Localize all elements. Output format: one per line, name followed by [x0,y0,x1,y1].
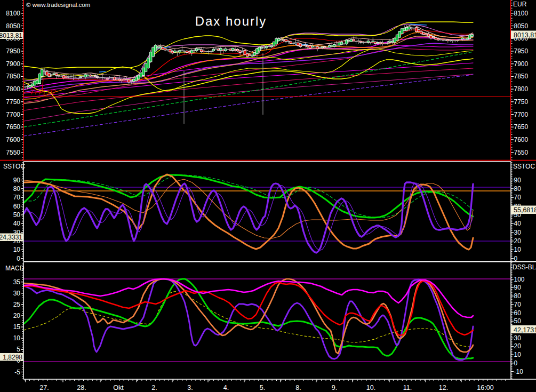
svg-text:7600: 7600 [6,136,20,143]
svg-text:7850: 7850 [514,73,529,80]
svg-text:55,6818: 55,6818 [514,206,536,214]
svg-text:20: 20 [514,237,522,245]
svg-text:30: 30 [13,290,21,297]
svg-text:7900: 7900 [6,60,20,68]
svg-text:8.: 8. [295,384,301,391]
svg-text:7550: 7550 [6,149,20,156]
svg-text:60: 60 [13,203,21,210]
svg-text:70: 70 [514,194,522,201]
svg-text:25: 25 [13,301,21,308]
svg-text:1,8298: 1,8298 [3,354,22,361]
svg-text:90: 90 [514,177,522,184]
svg-text:7900: 7900 [514,60,529,68]
svg-text:9.: 9. [332,384,337,391]
svg-text:SSTOC: SSTOC [3,163,25,170]
svg-text:10: 10 [514,351,522,358]
svg-text:30: 30 [514,229,522,236]
svg-text:DSS-BLA: DSS-BLA [513,263,536,271]
svg-text:7700: 7700 [6,111,20,118]
svg-text:15: 15 [13,323,21,331]
svg-text:10: 10 [514,246,522,253]
svg-text:28.: 28. [77,384,86,391]
svg-text:10.: 10. [366,384,375,391]
svg-text:7750: 7750 [514,98,529,106]
svg-text:70: 70 [514,301,522,308]
svg-text:50: 50 [514,317,522,325]
svg-text:12.: 12. [439,384,448,391]
svg-text:24,3331: 24,3331 [0,234,22,241]
svg-text:5: 5 [17,346,20,353]
svg-text:7750: 7750 [6,98,20,106]
svg-text:7650: 7650 [514,123,529,131]
svg-text:16:00: 16:00 [477,384,493,391]
svg-text:7800: 7800 [6,85,20,93]
svg-text:60: 60 [514,309,522,317]
svg-text:30: 30 [514,334,522,342]
svg-text:7850: 7850 [6,73,20,80]
svg-text:20: 20 [514,342,522,350]
svg-text:SSTOC: SSTOC [513,163,535,170]
svg-text:50: 50 [13,211,21,219]
svg-text:7550: 7550 [514,149,529,156]
svg-text:80: 80 [13,185,21,193]
svg-text:10: 10 [13,246,21,253]
svg-text:0: 0 [17,255,20,262]
svg-text:8013,81: 8013,81 [0,32,22,39]
svg-text:7650: 7650 [6,123,20,131]
svg-text:80: 80 [514,185,522,193]
svg-text:7700: 7700 [514,111,529,118]
svg-text:8100: 8100 [6,10,20,17]
svg-text:70: 70 [13,194,21,201]
svg-text:EUR: EUR [513,1,527,8]
svg-text:4.: 4. [223,384,229,391]
svg-text:8013,81: 8013,81 [514,31,536,39]
svg-text:-5: -5 [14,369,20,376]
svg-text:5.: 5. [260,384,265,391]
svg-text:-10: -10 [514,368,524,375]
svg-text:7950: 7950 [6,47,20,55]
svg-text:MACD: MACD [5,265,25,272]
svg-text:35: 35 [13,278,21,286]
svg-text:20: 20 [13,312,21,319]
svg-text:42,1731: 42,1731 [514,326,536,334]
svg-text:7600: 7600 [514,136,529,143]
svg-text:10: 10 [13,334,21,342]
svg-text:100: 100 [514,276,525,283]
svg-text:8050: 8050 [514,22,529,30]
svg-text:40: 40 [514,220,522,227]
svg-text:3.: 3. [187,384,193,391]
svg-text:Dax hourly: Dax hourly [195,14,267,28]
svg-text:8050: 8050 [6,22,20,30]
svg-text:7950: 7950 [514,47,529,55]
svg-text:90: 90 [13,177,21,184]
svg-text:80: 80 [514,292,522,300]
svg-text:27.: 27. [39,384,49,391]
svg-text:11.: 11. [403,384,412,391]
svg-text:2.: 2. [151,384,157,391]
svg-text:7800: 7800 [514,85,529,93]
svg-text:0: 0 [514,255,518,262]
svg-text:Okt: Okt [113,384,124,391]
svg-text:40: 40 [13,220,21,227]
svg-text:90: 90 [514,284,522,291]
svg-text:© www.tradesignal.com: © www.tradesignal.com [26,2,90,8]
svg-text:7771.02: 7771.02 [30,88,56,96]
svg-text:8100: 8100 [514,10,529,17]
svg-text:0: 0 [514,359,518,367]
